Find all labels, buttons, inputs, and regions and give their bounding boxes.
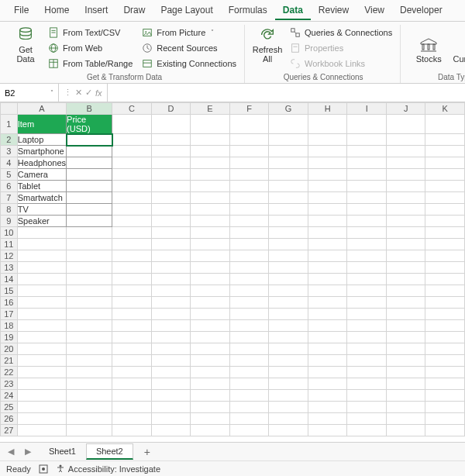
cell[interactable] (112, 134, 152, 146)
stocks-button[interactable]: Stocks (410, 37, 447, 64)
cell[interactable] (229, 146, 269, 157)
menu-tab-view[interactable]: View (356, 1, 392, 20)
cell[interactable] (67, 355, 112, 367)
cell[interactable] (17, 285, 66, 297)
cell[interactable] (347, 402, 386, 413)
cell[interactable] (151, 262, 191, 274)
cell[interactable] (386, 250, 425, 262)
cell[interactable] (112, 413, 152, 425)
cell[interactable] (347, 367, 386, 378)
col-header[interactable]: A (17, 103, 66, 115)
cell[interactable] (269, 285, 308, 297)
existing-connections-button[interactable]: Existing Connections (139, 56, 239, 71)
cell[interactable] (17, 413, 66, 425)
get-data-button[interactable]: Get Data (9, 25, 42, 65)
cell[interactable] (425, 378, 465, 390)
cell[interactable] (425, 367, 465, 378)
cell[interactable] (308, 216, 347, 227)
col-header[interactable]: K (425, 103, 465, 115)
cell[interactable] (308, 402, 347, 413)
cell[interactable]: Speaker (17, 216, 66, 227)
cell[interactable]: Camera (17, 169, 66, 181)
cell[interactable] (67, 274, 112, 285)
cell[interactable] (347, 413, 386, 425)
cell[interactable] (17, 355, 66, 367)
macro-record-icon[interactable] (39, 464, 48, 474)
row-header[interactable]: 17 (1, 309, 18, 320)
cell[interactable] (229, 157, 269, 169)
cell[interactable] (347, 262, 386, 274)
cell[interactable] (269, 413, 308, 425)
cell[interactable] (151, 285, 191, 297)
cell[interactable] (229, 285, 269, 297)
cell[interactable] (151, 378, 191, 390)
cell[interactable] (386, 169, 425, 181)
cell[interactable] (191, 169, 230, 181)
cell[interactable] (112, 239, 152, 250)
cell[interactable] (17, 262, 66, 274)
cell[interactable] (112, 146, 152, 157)
row-header[interactable]: 8 (1, 204, 18, 216)
cell[interactable] (191, 146, 230, 157)
cell[interactable] (229, 297, 269, 309)
cell[interactable] (191, 216, 230, 227)
cell[interactable] (269, 425, 308, 436)
cell[interactable] (347, 378, 386, 390)
cell[interactable] (17, 390, 66, 402)
cell[interactable] (347, 227, 386, 239)
cell[interactable] (191, 250, 230, 262)
cell[interactable] (17, 343, 66, 355)
cell[interactable] (269, 157, 308, 169)
cell[interactable] (67, 320, 112, 332)
cell[interactable] (151, 343, 191, 355)
cell[interactable] (386, 320, 425, 332)
cell[interactable] (151, 425, 191, 436)
cell[interactable] (269, 355, 308, 367)
cell[interactable] (229, 390, 269, 402)
add-sheet-button[interactable]: + (138, 446, 157, 458)
cell[interactable] (229, 216, 269, 227)
accept-icon[interactable]: ✓ (85, 88, 92, 98)
row-header[interactable]: 10 (1, 227, 18, 239)
cell[interactable] (151, 297, 191, 309)
cell[interactable]: Price (USD) (67, 115, 112, 134)
cell[interactable] (269, 332, 308, 343)
cell[interactable] (386, 274, 425, 285)
cell[interactable] (425, 169, 465, 181)
cell[interactable] (386, 425, 425, 436)
cell[interactable] (347, 309, 386, 320)
cell[interactable] (191, 425, 230, 436)
menu-tab-file[interactable]: File (6, 1, 36, 20)
cell[interactable] (151, 227, 191, 239)
cell[interactable] (386, 413, 425, 425)
cell[interactable]: TV (17, 204, 66, 216)
row-header[interactable]: 22 (1, 367, 18, 378)
cell[interactable] (67, 332, 112, 343)
cell[interactable] (269, 390, 308, 402)
cell[interactable] (386, 115, 425, 134)
cell[interactable] (386, 262, 425, 274)
cell[interactable] (425, 332, 465, 343)
fx-icon[interactable]: fx (95, 88, 102, 98)
cell[interactable] (229, 274, 269, 285)
menu-tab-developer[interactable]: Developer (392, 1, 450, 20)
properties-button[interactable]: Properties (287, 40, 395, 55)
cell[interactable] (112, 250, 152, 262)
cell[interactable] (17, 402, 66, 413)
cell[interactable] (229, 378, 269, 390)
cell[interactable] (67, 425, 112, 436)
cell[interactable] (191, 192, 230, 204)
cell[interactable] (151, 204, 191, 216)
cell[interactable] (308, 413, 347, 425)
cell[interactable] (269, 169, 308, 181)
cell[interactable] (229, 181, 269, 192)
cell[interactable] (191, 115, 230, 134)
cell[interactable] (17, 367, 66, 378)
cell[interactable] (191, 367, 230, 378)
cell[interactable] (191, 378, 230, 390)
cell[interactable] (269, 343, 308, 355)
cell[interactable] (269, 250, 308, 262)
sheet-nav-next[interactable]: ▶ (22, 447, 34, 457)
menu-tab-page-layout[interactable]: Page Layout (153, 1, 220, 20)
cell[interactable] (17, 332, 66, 343)
